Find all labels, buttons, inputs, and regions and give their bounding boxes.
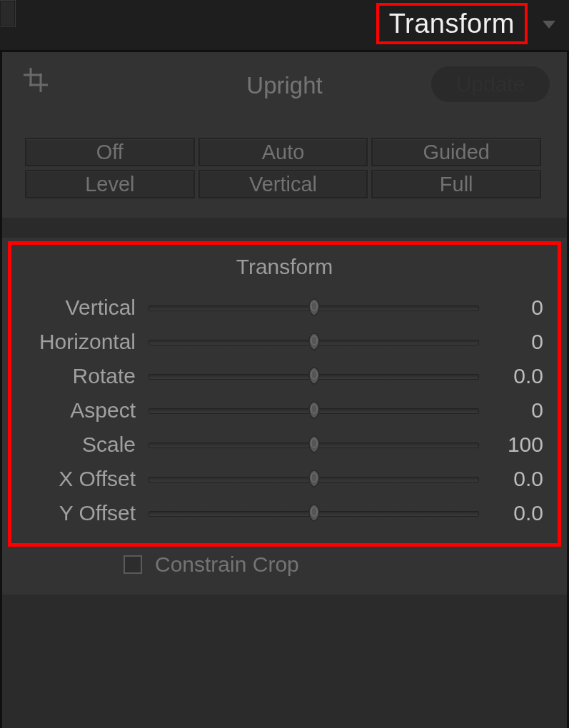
- constrain-crop-row: Constrain Crop: [2, 547, 567, 582]
- slider-row-horizontal: Horizontal0: [21, 325, 548, 359]
- slider-track-scale[interactable]: [148, 438, 479, 452]
- mode-label: Auto: [262, 141, 305, 164]
- constrain-crop-checkbox[interactable]: [124, 555, 142, 574]
- slider-value-horizontal[interactable]: 0: [479, 330, 548, 354]
- panel-header: Transform: [0, 0, 569, 52]
- panel-title[interactable]: Transform: [389, 9, 515, 39]
- upright-header-row: Upright Update: [2, 52, 567, 108]
- slider-value-xoffset[interactable]: 0.0: [479, 467, 548, 491]
- mode-label: Off: [96, 141, 124, 164]
- slider-value-rotate[interactable]: 0.0: [479, 364, 548, 388]
- slider-label-xoffset: X Offset: [21, 467, 148, 491]
- slider-row-aspect: Aspect0: [21, 393, 548, 428]
- transform-sliders-highlight: Transform Vertical0Horizontal0Rotate0.0A…: [8, 241, 561, 547]
- mode-label: Vertical: [249, 173, 317, 196]
- slider-row-rotate: Rotate0.0: [21, 359, 548, 393]
- slider-track-yoffset[interactable]: [148, 506, 479, 520]
- mode-label: Full: [440, 173, 473, 196]
- transform-section-title: Transform: [21, 255, 548, 279]
- slider-track-aspect[interactable]: [148, 403, 479, 418]
- slider-value-scale[interactable]: 100: [479, 433, 548, 457]
- slider-label-vertical: Vertical: [21, 295, 148, 320]
- upright-mode-level[interactable]: Level: [25, 170, 195, 198]
- upright-guided-tool-icon[interactable]: [24, 68, 48, 92]
- slider-track-xoffset[interactable]: [148, 472, 479, 486]
- slider-label-aspect: Aspect: [21, 398, 148, 423]
- upright-mode-grid: Off Auto Guided Level Vertical Full: [25, 138, 541, 202]
- panel-footer-area: [2, 595, 567, 728]
- slider-value-vertical[interactable]: 0: [479, 295, 548, 320]
- upright-update-button[interactable]: Update: [431, 66, 550, 102]
- panel-collapse-button[interactable]: [535, 0, 563, 49]
- slider-value-yoffset[interactable]: 0.0: [479, 501, 548, 525]
- section-divider: [2, 218, 567, 238]
- slider-label-scale: Scale: [21, 433, 148, 457]
- slider-label-yoffset: Y Offset: [21, 501, 148, 525]
- slider-value-aspect[interactable]: 0: [479, 398, 548, 423]
- constrain-crop-label: Constrain Crop: [155, 552, 299, 577]
- upright-mode-vertical[interactable]: Vertical: [198, 170, 368, 198]
- chevron-down-icon: [543, 21, 555, 29]
- slider-label-rotate: Rotate: [21, 364, 148, 388]
- slider-label-horizontal: Horizontal: [21, 330, 148, 354]
- upright-mode-full[interactable]: Full: [371, 170, 541, 198]
- slider-track-horizontal[interactable]: [148, 335, 479, 349]
- slider-track-vertical[interactable]: [148, 300, 479, 315]
- upright-update-label: Update: [456, 72, 525, 96]
- slider-row-xoffset: X Offset0.0: [21, 462, 548, 496]
- upright-mode-guided[interactable]: Guided: [371, 138, 541, 166]
- panel-title-highlight: Transform: [376, 3, 528, 44]
- transform-panel: Upright Update Off Auto Guided Level Ver…: [0, 52, 569, 728]
- slider-row-yoffset: Y Offset0.0: [21, 496, 548, 530]
- slider-row-vertical: Vertical0: [21, 290, 548, 325]
- slider-track-rotate[interactable]: [148, 369, 479, 383]
- panel-grip[interactable]: [0, 0, 16, 27]
- mode-label: Guided: [423, 141, 490, 164]
- upright-mode-off[interactable]: Off: [25, 138, 195, 166]
- upright-mode-auto[interactable]: Auto: [198, 138, 368, 166]
- mode-label: Level: [85, 173, 134, 196]
- slider-row-scale: Scale100: [21, 428, 548, 462]
